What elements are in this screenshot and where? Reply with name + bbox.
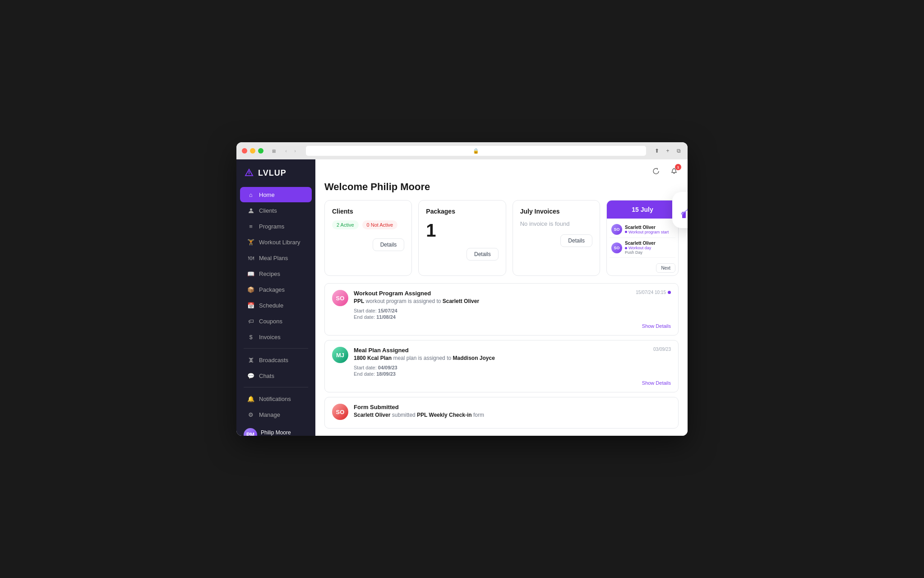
meal-icon: 🍽 (247, 254, 254, 261)
maximize-button[interactable] (258, 148, 263, 154)
show-details-link-1[interactable]: Show Details (642, 323, 671, 329)
event-dot-2 (625, 247, 627, 249)
user-email: philip@lvlup-app.com (261, 436, 308, 436)
invoices-card: July Invoices No invoice is found Detail… (513, 200, 600, 276)
share-icon[interactable]: ⬆ (653, 147, 661, 154)
event-type-2: Workout day (625, 246, 674, 250)
sidebar-item-workout-label: Workout Library (259, 239, 300, 246)
sidebar-item-recipes[interactable]: 📖 Recipes (240, 266, 312, 281)
sidebar-item-home[interactable]: ⌂ Home (240, 187, 312, 202)
close-button[interactable] (242, 148, 247, 154)
notification-badge: 1 (675, 164, 681, 170)
refresh-button[interactable] (650, 165, 662, 177)
show-details-1: Show Details (354, 323, 671, 329)
programs-icon: ≡ (247, 223, 254, 230)
inactive-badge: 0 Not Active (362, 220, 398, 229)
packages-icon: 📦 (247, 286, 254, 293)
address-bar[interactable]: 🔒 (306, 146, 646, 156)
notifications-icon: 🔔 (247, 395, 254, 402)
show-details-link-2[interactable]: Show Details (642, 380, 671, 386)
show-details-2: Show Details (354, 380, 671, 386)
no-invoice-text: No invoice is found (520, 220, 592, 227)
coupons-icon: 🏷 (247, 317, 254, 325)
sidebar-divider-2 (244, 387, 308, 387)
sidebar-item-chats[interactable]: 💬 Chats (240, 368, 312, 383)
back-arrow[interactable]: ‹ (282, 147, 290, 154)
activity-body-3: Form Submitted Scarlett Oliver submitted… (354, 404, 671, 422)
calendar-next: Next (607, 261, 678, 275)
packages-count: 1 (426, 220, 498, 241)
sidebar-item-programs[interactable]: ≡ Programs (240, 219, 312, 234)
sidebar-logo: LVLUP (236, 159, 315, 185)
sidebar-item-manage[interactable]: ⚙ Manage (240, 407, 312, 422)
activity-title-3: Form Submitted (354, 404, 671, 410)
invoices-details-button[interactable]: Details (560, 234, 592, 247)
sidebar-item-manage-label: Manage (259, 411, 280, 418)
main-content: 1 Welcome Philip Moore Clients 2 Active … (315, 159, 688, 436)
activity-title-2: Meal Plan Assigned (354, 347, 671, 354)
user-profile[interactable]: PM Philip Moore philip@lvlup-app.com (236, 424, 315, 436)
activity-desc-2: 1800 Kcal Plan meal plan is assigned to … (354, 355, 671, 361)
sidebar-item-schedule-label: Schedule (259, 302, 283, 309)
activity-desc-1: PPL workout program is assigned to Scarl… (354, 298, 671, 304)
add-tab-icon[interactable]: + (664, 147, 671, 154)
minimize-button[interactable] (250, 148, 255, 154)
event-avatar-1: SO (611, 224, 622, 235)
manage-icon: ⚙ (247, 411, 254, 418)
recipes-icon: 📖 (247, 270, 254, 277)
cards-row: Clients 2 Active 0 Not Active Details Pa… (315, 200, 688, 283)
calendar-date-header[interactable]: 15 July (607, 200, 678, 219)
clients-details-button[interactable]: Details (373, 238, 405, 251)
calendar-event-1: SO Scarlett Oliver Workout program start (610, 221, 675, 238)
sidebar-item-meal-plans[interactable]: 🍽 Meal Plans (240, 250, 312, 266)
sidebar-item-schedule[interactable]: 📅 Schedule (240, 298, 312, 313)
active-badge: 2 Active (332, 220, 359, 229)
main-header: 1 (315, 159, 688, 181)
event-type-1: Workout program start (625, 230, 674, 234)
browser-window: ⊞ ‹ › 🔒 ⬆ + ⧉ (236, 142, 688, 436)
sidebar-item-invoices[interactable]: $ Invoices (240, 329, 312, 345)
chats-icon: 💬 (247, 372, 254, 379)
sidebar: LVLUP ⌂ Home Clients (236, 159, 315, 436)
notification-button[interactable]: 1 (668, 165, 680, 177)
sidebar-item-meal-label: Meal Plans (259, 255, 288, 261)
svg-point-2 (250, 208, 252, 210)
avatar: PM (244, 428, 257, 436)
windows-icon[interactable]: ⧉ (675, 147, 682, 154)
browser-titlebar: ⊞ ‹ › 🔒 ⬆ + ⧉ (236, 142, 688, 159)
sidebar-item-packages[interactable]: 📦 Packages (240, 282, 312, 297)
invoices-icon: $ (247, 333, 254, 340)
browser-controls: ⊞ (271, 148, 277, 154)
traffic-lights (242, 148, 263, 154)
activity-avatar-2: MJ (332, 347, 348, 363)
activity-feed: SO Workout Program Assigned PPL workout … (315, 283, 688, 429)
sidebar-item-clients[interactable]: Clients (240, 203, 312, 218)
sidebar-item-notifications[interactable]: 🔔 Notifications (240, 391, 312, 406)
user-info: Philip Moore philip@lvlup-app.com (261, 429, 308, 436)
event-avatar-2: SO (611, 242, 622, 253)
user-name: Philip Moore (261, 429, 308, 436)
sidebar-nav: ⌂ Home Clients ≡ P (236, 185, 315, 424)
clients-card: Clients 2 Active 0 Not Active Details (324, 200, 412, 276)
clients-card-title: Clients (332, 208, 404, 215)
sidebar-item-recipes-label: Recipes (259, 270, 280, 277)
home-icon: ⌂ (247, 191, 254, 198)
sidebar-item-clients-label: Clients (259, 207, 277, 214)
tab-icon[interactable]: ⊞ (271, 148, 277, 154)
activity-dates-2: Start date: 04/09/23 End date: 18/09/23 (354, 365, 671, 377)
sidebar-item-broadcasts[interactable]: Broadcasts (240, 352, 312, 368)
packages-details-button[interactable]: Details (467, 248, 499, 261)
forward-arrow[interactable]: › (291, 147, 299, 154)
sidebar-item-coupons[interactable]: 🏷 Coupons (240, 313, 312, 329)
activity-item-workout: SO Workout Program Assigned PPL workout … (324, 283, 679, 336)
page-title: Welcome Philip Moore (315, 181, 688, 200)
sidebar-item-notifications-label: Notifications (259, 396, 291, 402)
svg-point-7 (681, 213, 684, 215)
activity-desc-3: Scarlett Oliver submitted PPL Weekly Che… (354, 412, 671, 418)
next-button[interactable]: Next (656, 263, 675, 273)
calendar-event-2: SO Scarlett Oliver Workout day Push Day (610, 238, 675, 258)
sidebar-item-workout-library[interactable]: 🏋 Workout Library (240, 234, 312, 250)
sidebar-divider (244, 348, 308, 349)
lock-icon: 🔒 (473, 148, 479, 154)
calendar-card: 15 July SO Scarlett Oliver Workout progr… (606, 200, 679, 276)
